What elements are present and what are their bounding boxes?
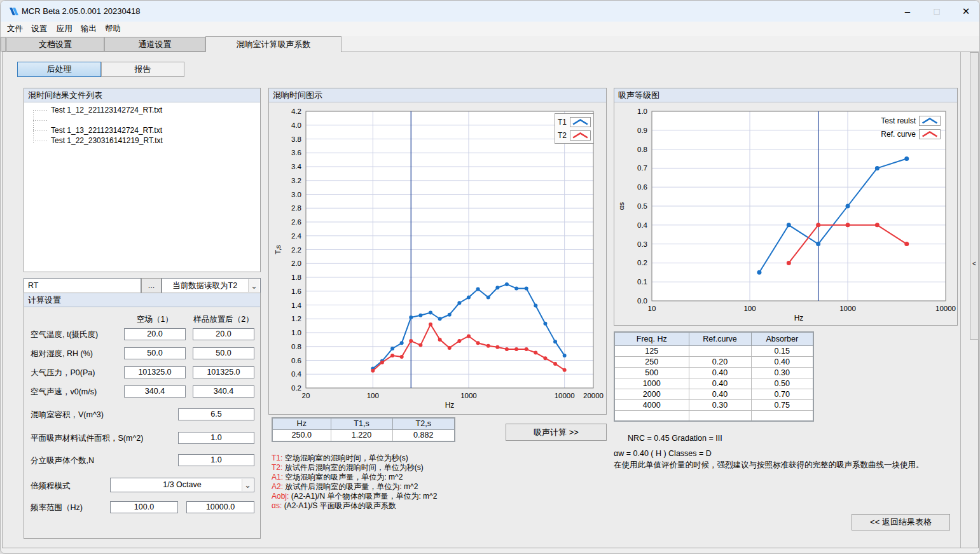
T2-data-point[interactable] — [525, 347, 528, 351]
humidity-input-1[interactable]: 50.0 — [124, 347, 186, 359]
cell-t2[interactable]: 0.882 — [392, 429, 455, 441]
T2-data-point[interactable] — [553, 362, 557, 366]
absorber-count-input[interactable]: 1.0 — [178, 454, 254, 466]
T1-data-point[interactable] — [448, 313, 452, 317]
sound-speed-input-1[interactable]: 340.4 — [124, 385, 186, 398]
menu-output[interactable]: 输出 — [78, 22, 99, 36]
T2-data-point[interactable] — [534, 351, 537, 355]
T1-data-point[interactable] — [409, 315, 413, 319]
y-tick-label: 0.8 — [637, 146, 647, 153]
cell-freq[interactable]: 250.0 — [272, 429, 331, 441]
result-file-list[interactable]: Test 1_12_221123142724_RT.txt Test 1_12_… — [24, 102, 260, 272]
tab-reverberation-absorption[interactable]: 混响室计算吸声系数 — [205, 36, 342, 52]
octave-mode-combobox[interactable]: 1/3 Octave ⌄ — [110, 478, 254, 492]
T2-data-point[interactable] — [495, 345, 499, 349]
Test reulst-data-point[interactable] — [816, 242, 820, 246]
Ref. curve-data-point[interactable] — [875, 223, 880, 227]
Ref. curve-data-point[interactable] — [787, 261, 791, 265]
menu-help[interactable]: 帮助 — [102, 22, 123, 36]
Ref. curve-data-point[interactable] — [816, 223, 820, 227]
data-read-combobox[interactable]: 当前数据读取为T2 ⌄ — [162, 278, 261, 293]
T2-data-point[interactable] — [448, 346, 452, 350]
maximize-button[interactable]: □ — [922, 1, 951, 22]
tab-channel-settings[interactable]: 通道设置 — [104, 37, 205, 52]
tree-connector — [33, 120, 47, 121]
T1-data-point[interactable] — [418, 314, 422, 317]
T2-data-point[interactable] — [505, 347, 509, 351]
menu-settings[interactable]: 设置 — [29, 22, 50, 36]
minimize-button[interactable]: – — [893, 1, 922, 22]
T2-data-point[interactable] — [543, 356, 547, 360]
T1-data-point[interactable] — [514, 286, 518, 290]
T2-data-point[interactable] — [438, 338, 442, 342]
close-button[interactable]: ✕ — [951, 1, 980, 22]
air-temp-input-2[interactable]: 20.0 — [193, 328, 254, 340]
collapse-panel-strip[interactable]: < — [970, 52, 979, 340]
sound-speed-input-2[interactable]: 340.4 — [193, 385, 254, 398]
T1-data-point[interactable] — [543, 322, 547, 326]
T1-data-point[interactable] — [487, 296, 490, 300]
T1-data-point[interactable] — [467, 296, 471, 300]
T1-data-point[interactable] — [390, 347, 394, 350]
collapse-arrow-icon[interactable]: < — [972, 260, 976, 267]
chevron-down-icon[interactable]: ⌄ — [248, 279, 259, 292]
absorption-calc-button[interactable]: 吸声计算 >> — [506, 424, 607, 441]
T2-data-point[interactable] — [467, 334, 471, 338]
T2-data-point[interactable] — [457, 339, 461, 343]
back-to-results-button[interactable]: << 返回结果表格 — [852, 514, 950, 530]
Test reulst-data-point[interactable] — [904, 156, 909, 161]
T2-data-point[interactable] — [409, 339, 413, 343]
T1-data-point[interactable] — [525, 286, 528, 290]
T1-data-point[interactable] — [438, 317, 442, 321]
T2-data-point[interactable] — [487, 344, 490, 348]
menu-file[interactable]: 文件 — [4, 22, 25, 36]
tab-document-settings[interactable]: 文档设置 — [6, 37, 104, 52]
T1-data-point[interactable] — [400, 341, 404, 345]
y-tick-label: 1.4 — [291, 301, 302, 309]
T2-data-point[interactable] — [371, 369, 375, 373]
T2-data-point[interactable] — [400, 355, 404, 359]
T1-data-point[interactable] — [534, 304, 537, 308]
T1-data-point[interactable] — [457, 301, 461, 305]
rt-name-input[interactable]: RT — [24, 278, 141, 293]
pressure-input-1[interactable]: 101325.0 — [124, 366, 186, 378]
T2-data-point[interactable] — [380, 361, 384, 364]
T2-data-point[interactable] — [563, 368, 567, 372]
T2-data-point[interactable] — [390, 354, 394, 357]
T2-data-point[interactable] — [514, 347, 518, 351]
Test reulst-data-point[interactable] — [787, 223, 791, 227]
subtab-postprocess[interactable]: 后处理 — [17, 62, 101, 77]
freq-range-high-input[interactable]: 10000.0 — [186, 501, 254, 513]
T2-data-point[interactable] — [418, 343, 422, 347]
air-temp-input-1[interactable]: 20.0 — [124, 328, 186, 340]
cell-t1[interactable]: 1.220 — [331, 429, 392, 441]
subtab-report[interactable]: 报告 — [101, 62, 184, 77]
T1-data-point[interactable] — [429, 310, 432, 314]
pressure-input-2[interactable]: 101325.0 — [193, 366, 254, 378]
humidity-input-2[interactable]: 50.0 — [193, 347, 254, 359]
Test reulst-data-point[interactable] — [875, 166, 880, 170]
room-volume-input[interactable]: 6.5 — [178, 408, 254, 420]
Ref. curve-data-point[interactable] — [904, 242, 909, 246]
list-item[interactable]: Test 1_12_221123142724_RT.txt — [24, 105, 260, 115]
list-item[interactable]: Test 1_13_221123142724_RT.txt — [24, 125, 260, 135]
sample-area-input[interactable]: 1.0 — [178, 432, 254, 444]
T1-data-point[interactable] — [476, 287, 480, 291]
freq-range-low-input[interactable]: 100.0 — [110, 501, 178, 513]
T1-data-point[interactable] — [563, 354, 567, 357]
menu-apply[interactable]: 应用 — [54, 22, 75, 36]
T2-data-point[interactable] — [429, 322, 432, 326]
T1-data-point[interactable] — [553, 340, 557, 343]
list-item-selected[interactable]: Test 1_12_230316183526_RT.txt — [24, 115, 260, 125]
T1-data-point[interactable] — [495, 286, 499, 289]
T2-data-point[interactable] — [476, 341, 480, 345]
Ref. curve-data-point[interactable] — [846, 223, 850, 227]
T1-data-point[interactable] — [505, 282, 509, 286]
y-tick-label: 0.7 — [637, 164, 647, 172]
Test reulst-data-point[interactable] — [757, 270, 761, 275]
Test reulst-data-point[interactable] — [846, 204, 850, 209]
browse-button[interactable]: ... — [141, 278, 162, 293]
y-tick-label: 0.0 — [637, 297, 647, 305]
chevron-down-icon[interactable]: ⌄ — [242, 479, 253, 491]
list-item[interactable]: Test 1_22_230316141219_RT.txt — [24, 135, 260, 146]
